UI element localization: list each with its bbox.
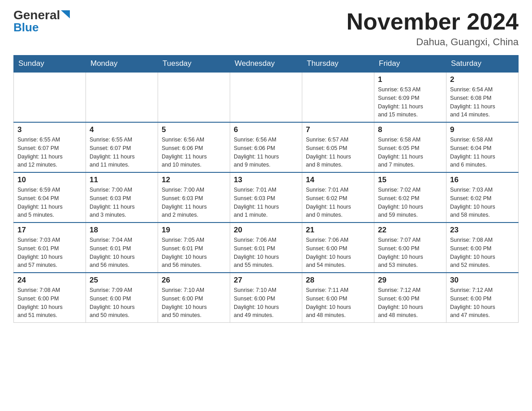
weekday-header-sunday: Sunday (14, 56, 86, 73)
day-number: 27 (234, 276, 298, 285)
weekday-header-wednesday: Wednesday (230, 56, 302, 73)
day-info: Sunrise: 7:09 AM Sunset: 6:00 PM Dayligh… (90, 286, 154, 320)
calendar-cell: 25Sunrise: 7:09 AM Sunset: 6:00 PM Dayli… (86, 273, 158, 323)
day-info: Sunrise: 7:03 AM Sunset: 6:02 PM Dayligh… (450, 186, 515, 219)
calendar-cell: 2Sunrise: 6:54 AM Sunset: 6:08 PM Daylig… (446, 72, 519, 122)
calendar-cell: 27Sunrise: 7:10 AM Sunset: 6:00 PM Dayli… (230, 273, 302, 323)
day-info: Sunrise: 7:00 AM Sunset: 6:03 PM Dayligh… (162, 186, 226, 219)
day-info: Sunrise: 7:01 AM Sunset: 6:03 PM Dayligh… (234, 186, 298, 219)
day-info: Sunrise: 7:03 AM Sunset: 6:01 PM Dayligh… (17, 236, 82, 270)
logo-blue: Blue (13, 21, 39, 34)
day-number: 19 (162, 226, 226, 235)
day-number: 22 (378, 226, 442, 235)
day-number: 26 (162, 276, 226, 285)
weekday-header-row: SundayMondayTuesdayWednesdayThursdayFrid… (14, 56, 519, 73)
logo: General Blue (13, 9, 70, 34)
day-number: 17 (17, 226, 82, 235)
week-row-3: 10Sunrise: 6:59 AM Sunset: 6:04 PM Dayli… (14, 172, 519, 223)
day-info: Sunrise: 6:55 AM Sunset: 6:07 PM Dayligh… (90, 136, 154, 169)
calendar-cell: 18Sunrise: 7:04 AM Sunset: 6:01 PM Dayli… (86, 223, 158, 273)
day-info: Sunrise: 6:56 AM Sunset: 6:06 PM Dayligh… (162, 136, 226, 169)
day-info: Sunrise: 6:55 AM Sunset: 6:07 PM Dayligh… (17, 136, 82, 169)
calendar-cell (230, 72, 302, 122)
logo-general: General (13, 9, 60, 21)
day-info: Sunrise: 7:04 AM Sunset: 6:01 PM Dayligh… (90, 236, 154, 270)
day-number: 21 (306, 226, 370, 235)
calendar-cell: 8Sunrise: 6:58 AM Sunset: 6:05 PM Daylig… (374, 122, 446, 172)
day-number: 20 (234, 226, 298, 235)
calendar-table: SundayMondayTuesdayWednesdayThursdayFrid… (13, 55, 519, 323)
day-info: Sunrise: 7:00 AM Sunset: 6:03 PM Dayligh… (90, 186, 154, 219)
day-info: Sunrise: 7:06 AM Sunset: 6:01 PM Dayligh… (234, 236, 298, 270)
month-title: November 2024 (347, 9, 519, 34)
calendar-cell: 1Sunrise: 6:53 AM Sunset: 6:09 PM Daylig… (374, 72, 446, 122)
title-area: November 2024 Dahua, Guangxi, China (347, 9, 519, 48)
day-number: 11 (90, 176, 154, 184)
calendar-cell (14, 72, 86, 122)
day-info: Sunrise: 6:58 AM Sunset: 6:04 PM Dayligh… (450, 136, 515, 169)
calendar-cell: 6Sunrise: 6:56 AM Sunset: 6:06 PM Daylig… (230, 122, 302, 172)
weekday-header-tuesday: Tuesday (158, 56, 230, 73)
calendar-cell: 30Sunrise: 7:12 AM Sunset: 6:00 PM Dayli… (446, 273, 519, 323)
calendar-cell: 5Sunrise: 6:56 AM Sunset: 6:06 PM Daylig… (158, 122, 230, 172)
location-subtitle: Dahua, Guangxi, China (347, 36, 519, 48)
day-number: 4 (90, 125, 154, 134)
calendar-cell: 17Sunrise: 7:03 AM Sunset: 6:01 PM Dayli… (14, 223, 86, 273)
logo-triangle-icon (61, 10, 70, 18)
day-info: Sunrise: 6:57 AM Sunset: 6:05 PM Dayligh… (306, 136, 370, 169)
day-number: 9 (450, 125, 515, 134)
week-row-2: 3Sunrise: 6:55 AM Sunset: 6:07 PM Daylig… (14, 122, 519, 172)
calendar-cell: 14Sunrise: 7:01 AM Sunset: 6:02 PM Dayli… (302, 172, 374, 223)
day-number: 13 (234, 176, 298, 184)
calendar-cell: 11Sunrise: 7:00 AM Sunset: 6:03 PM Dayli… (86, 172, 158, 223)
calendar-cell: 21Sunrise: 7:06 AM Sunset: 6:00 PM Dayli… (302, 223, 374, 273)
day-info: Sunrise: 7:08 AM Sunset: 6:00 PM Dayligh… (450, 236, 515, 270)
week-row-1: 1Sunrise: 6:53 AM Sunset: 6:09 PM Daylig… (14, 72, 519, 122)
day-info: Sunrise: 7:10 AM Sunset: 6:00 PM Dayligh… (162, 286, 226, 320)
day-info: Sunrise: 7:02 AM Sunset: 6:02 PM Dayligh… (378, 186, 442, 219)
day-number: 6 (234, 125, 298, 134)
calendar-cell (302, 72, 374, 122)
svg-marker-0 (61, 10, 70, 18)
day-info: Sunrise: 7:07 AM Sunset: 6:00 PM Dayligh… (378, 236, 442, 270)
calendar-cell: 10Sunrise: 6:59 AM Sunset: 6:04 PM Dayli… (14, 172, 86, 223)
calendar-cell: 12Sunrise: 7:00 AM Sunset: 6:03 PM Dayli… (158, 172, 230, 223)
calendar-cell (158, 72, 230, 122)
day-info: Sunrise: 7:12 AM Sunset: 6:00 PM Dayligh… (450, 286, 515, 320)
day-info: Sunrise: 6:58 AM Sunset: 6:05 PM Dayligh… (378, 136, 442, 169)
calendar-cell: 26Sunrise: 7:10 AM Sunset: 6:00 PM Dayli… (158, 273, 230, 323)
day-info: Sunrise: 7:10 AM Sunset: 6:00 PM Dayligh… (234, 286, 298, 320)
calendar-cell: 16Sunrise: 7:03 AM Sunset: 6:02 PM Dayli… (446, 172, 519, 223)
page-header: General Blue November 2024 Dahua, Guangx… (13, 9, 519, 48)
day-number: 30 (450, 276, 515, 285)
day-info: Sunrise: 7:12 AM Sunset: 6:00 PM Dayligh… (378, 286, 442, 320)
calendar-cell: 20Sunrise: 7:06 AM Sunset: 6:01 PM Dayli… (230, 223, 302, 273)
day-info: Sunrise: 6:54 AM Sunset: 6:08 PM Dayligh… (450, 86, 515, 119)
day-number: 14 (306, 176, 370, 184)
day-number: 16 (450, 176, 515, 184)
day-number: 10 (17, 176, 82, 184)
day-number: 3 (17, 125, 82, 134)
day-number: 1 (378, 75, 442, 84)
day-number: 29 (378, 276, 442, 285)
calendar-cell: 29Sunrise: 7:12 AM Sunset: 6:00 PM Dayli… (374, 273, 446, 323)
day-number: 12 (162, 176, 226, 184)
day-number: 8 (378, 125, 442, 134)
calendar-cell: 15Sunrise: 7:02 AM Sunset: 6:02 PM Dayli… (374, 172, 446, 223)
day-info: Sunrise: 7:06 AM Sunset: 6:00 PM Dayligh… (306, 236, 370, 270)
day-number: 25 (90, 276, 154, 285)
day-info: Sunrise: 6:59 AM Sunset: 6:04 PM Dayligh… (17, 186, 82, 219)
day-number: 23 (450, 226, 515, 235)
day-info: Sunrise: 6:56 AM Sunset: 6:06 PM Dayligh… (234, 136, 298, 169)
day-info: Sunrise: 7:05 AM Sunset: 6:01 PM Dayligh… (162, 236, 226, 270)
day-number: 15 (378, 176, 442, 184)
calendar-cell (86, 72, 158, 122)
day-info: Sunrise: 7:08 AM Sunset: 6:00 PM Dayligh… (17, 286, 82, 320)
day-number: 28 (306, 276, 370, 285)
calendar-cell: 3Sunrise: 6:55 AM Sunset: 6:07 PM Daylig… (14, 122, 86, 172)
weekday-header-thursday: Thursday (302, 56, 374, 73)
calendar-cell: 24Sunrise: 7:08 AM Sunset: 6:00 PM Dayli… (14, 273, 86, 323)
calendar-cell: 23Sunrise: 7:08 AM Sunset: 6:00 PM Dayli… (446, 223, 519, 273)
calendar-cell: 22Sunrise: 7:07 AM Sunset: 6:00 PM Dayli… (374, 223, 446, 273)
calendar-cell: 9Sunrise: 6:58 AM Sunset: 6:04 PM Daylig… (446, 122, 519, 172)
